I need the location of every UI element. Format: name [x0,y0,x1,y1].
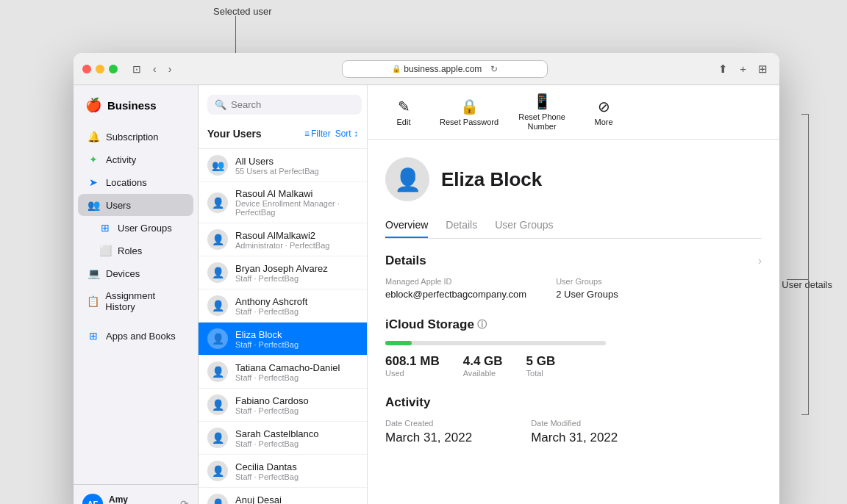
brand-name: Business [107,99,157,112]
search-bar[interactable]: 🔍 [207,95,362,115]
all-users-info: All Users 55 Users at PerfectBag [235,156,319,176]
activity-icon: ✦ [87,154,100,165]
apps-books-icon: ⊞ [87,330,100,342]
managed-apple-id-label: Managed Apple ID [385,277,526,286]
storage-used-value: 608.1 MB [385,354,440,369]
address-bar[interactable]: 🔒 business.apple.com ↻ [342,60,548,78]
date-created-value: March 31, 2022 [385,431,472,445]
sidebar-item-locations[interactable]: ➤ Locations [78,171,193,193]
date-created-label: Date Created [385,419,472,428]
sort-button[interactable]: Sort ↕ [335,129,358,139]
sidebar-item-activity[interactable]: ✦ Activity [78,148,193,170]
info-icon[interactable]: ⓘ [477,318,487,331]
list-item[interactable]: 👤 Rasoul AlMalkawi2 Administrator · Perf… [199,223,367,256]
detail-content: 👤 Eliza Block Overview Details User Grou… [368,140,779,504]
list-item[interactable]: 👤 Fabiano Cardoso Staff · PerfectBag [199,389,367,422]
sidebar-item-assignment-history[interactable]: 📋 Assignment History [78,285,193,317]
storage-bar-container [385,341,606,345]
annotation-bracket-bottom [801,414,809,415]
user-role: Administrator · PerfectBag [235,241,329,250]
edit-icon: ✎ [398,98,410,115]
list-item[interactable]: 👤 Tatiana Camacho-Daniel Staff · Perfect… [199,356,367,389]
managed-apple-id-value: eblock@perfectbagcompany.com [385,289,526,300]
user-info: Rasoul AlMalkawi2 Administrator · Perfec… [235,230,329,250]
sidebar-toggle-button[interactable]: ⊡ [129,62,144,76]
user-info: Sarah Castelblanco Staff · PerfectBag [235,428,318,448]
user-name: Fabiano Cardoso [235,395,309,406]
user-info: Rasoul Al Malkawi Device Enrollment Mana… [235,188,358,217]
details-chevron-icon: › [758,254,762,267]
user-icon: 👤 [207,229,228,250]
locations-icon: ➤ [87,176,100,188]
user-name: Anthony Ashcroft [235,296,307,307]
filter-label: Filter [311,129,331,139]
minimize-button[interactable] [96,65,104,73]
all-users-detail: 55 Users at PerfectBag [235,167,319,176]
user-icon: 👤 [207,428,228,448]
edit-button[interactable]: ✎ Edit [385,98,422,126]
storage-total: 5 GB Total [526,354,556,378]
sidebar-item-subscription[interactable]: 🔔 Subscription [78,126,193,148]
search-input[interactable] [231,99,354,110]
close-button[interactable] [82,65,91,73]
tab-overview-button[interactable]: ⊞ [755,61,771,77]
user-name: Anuj Desai [235,494,299,505]
maximize-button[interactable] [109,65,118,73]
sidebar-item-apps-and-books[interactable]: ⊞ Apps and Books [78,325,193,347]
storage-stats: 608.1 MB Used 4.4 GB Available 5 GB Tota… [385,354,762,378]
list-item[interactable]: 👤 Rasoul Al Malkawi Device Enrollment Ma… [199,182,367,223]
reset-password-button[interactable]: 🔒 Reset Password [440,98,498,126]
user-info: Eliza Block Staff · PerfectBag [235,329,299,349]
roles-icon: ⬜ [99,245,112,256]
user-icon: 👤 [207,328,228,349]
sidebar-item-users[interactable]: 👥 Users [78,194,193,216]
detail-panel: ✎ Edit 🔒 Reset Password 📱 Reset Phone Nu… [368,85,779,504]
sidebar-item-label-activity: Activity [106,154,136,165]
user-role: Device Enrollment Manager · PerfectBag [235,199,358,217]
storage-available-label: Available [463,369,503,378]
edit-label: Edit [397,118,411,126]
tab-user-groups[interactable]: User Groups [495,219,553,238]
users-icon: 👥 [87,199,100,211]
back-button[interactable]: ‹ [150,62,160,76]
sidebar-item-label-apps-books: Apps and Books [106,331,176,342]
user-name: Eliza Block [235,329,299,340]
user-list-header: 🔍 ⊕ Add Your Users ≡ Fi [199,85,367,149]
reload-icon[interactable]: ↻ [490,64,498,74]
tab-details[interactable]: Details [446,219,477,238]
detail-fields: Managed Apple ID eblock@perfectbagcompan… [385,277,762,300]
sidebar-item-devices[interactable]: 💻 Devices [78,262,193,284]
sidebar-item-user-groups[interactable]: ⊞ User Groups [78,217,193,239]
sidebar-item-label-roles: Roles [118,245,142,256]
sidebar-item-label-subscription: Subscription [106,132,159,143]
sidebar-username: Amy [109,494,149,504]
list-item[interactable]: 👤 Anuj Desai Staff · PerfectBag [199,488,367,504]
user-avatar-large: 👤 [385,157,429,201]
tab-overview[interactable]: Overview [385,219,428,238]
new-tab-button[interactable]: + [737,61,749,77]
all-users-item[interactable]: 👥 All Users 55 Users at PerfectBag [199,149,367,182]
sidebar-item-roles[interactable]: ⬜ Roles [78,240,193,262]
share-button[interactable]: ⬆ [715,61,731,77]
storage-total-value: 5 GB [526,354,556,369]
user-list-panel: 🔍 ⊕ Add Your Users ≡ Fi [199,85,368,504]
filter-sort-bar: ≡ Filter Sort ↕ [304,129,358,139]
filter-button[interactable]: ≡ Filter [304,129,331,139]
user-groups-value: 2 User Groups [556,289,618,300]
list-item[interactable]: 👤 Cecilia Dantas Staff · PerfectBag [199,455,367,488]
list-item[interactable]: 👤 Bryan Joseph Alvarez Staff · PerfectBa… [199,256,367,289]
detail-tabs: Overview Details User Groups [385,219,762,239]
more-button[interactable]: ⊘ More [585,98,622,126]
sidebar-settings-button[interactable]: ⟳ [180,498,189,504]
list-item[interactable]: 👤 Sarah Castelblanco Staff · PerfectBag [199,422,367,455]
reset-phone-button[interactable]: 📱 Reset Phone Number [516,93,568,132]
user-name: Bryan Joseph Alvarez [235,263,328,274]
selected-user-annotation: Selected user [213,6,272,17]
tab-details-label: Details [446,219,477,231]
sidebar-item-label-users: Users [106,200,131,211]
list-item-selected[interactable]: 👤 Eliza Block Staff · PerfectBag [199,323,367,356]
sidebar-nav: 🔔 Subscription ✦ Activity ➤ Locations 👥 … [74,122,198,484]
list-item[interactable]: 👤 Anthony Ashcroft Staff · PerfectBag [199,289,367,323]
user-role: Staff · PerfectBag [235,439,318,448]
forward-button[interactable]: › [165,62,175,76]
